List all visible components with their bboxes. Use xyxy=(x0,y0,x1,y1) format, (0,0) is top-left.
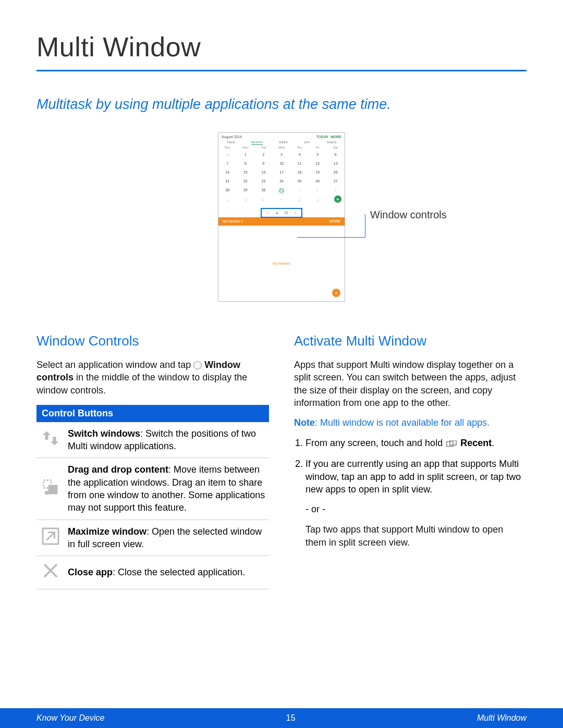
list-item: If you are currently using an app that s… xyxy=(305,458,527,496)
figure: August 2016 TODAY MORE YEAR MONTH WEEK D… xyxy=(36,132,527,302)
footer-section: Know Your Device xyxy=(36,713,104,723)
switch-icon xyxy=(266,211,269,215)
close-icon xyxy=(294,211,297,215)
footer-page-number: 15 xyxy=(286,713,296,723)
or-separator: - or - xyxy=(305,504,527,515)
window-controls-icon xyxy=(193,361,202,369)
maximize-icon xyxy=(285,211,288,215)
control-buttons-table: Switch windows: Switch the positions of … xyxy=(36,422,269,589)
page-footer: Know Your Device 15 Multi Window xyxy=(0,708,563,728)
drag-drop-icon xyxy=(41,478,60,497)
device-mock: August 2016 TODAY MORE YEAR MONTH WEEK D… xyxy=(218,132,345,302)
add-icon: + xyxy=(334,195,341,203)
activate-intro: Apps that support Multi window display t… xyxy=(294,359,527,409)
close-icon xyxy=(41,561,60,580)
memo-header: All memos ▾ MORE xyxy=(218,217,345,226)
control-buttons-bar: Control Buttons xyxy=(36,405,269,422)
left-column: Window Controls Select an application wi… xyxy=(36,333,269,589)
calendar-today: TODAY xyxy=(316,135,329,139)
calendar-more: MORE xyxy=(331,135,341,139)
page-title: Multi Window xyxy=(36,31,527,63)
table-row: Switch windows: Switch the positions of … xyxy=(36,422,269,458)
svg-point-5 xyxy=(45,491,49,495)
right-column: Activate Multi Window Apps that support … xyxy=(294,333,527,589)
switch-icon xyxy=(41,429,60,448)
window-controls-intro: Select an application window and tap Win… xyxy=(36,359,269,397)
table-row: Maximize window: Open the selected windo… xyxy=(36,520,269,556)
steps-list: From any screen, touch and hold Recent. … xyxy=(294,437,527,496)
heading-activate: Activate Multi Window xyxy=(294,333,527,349)
footer-topic: Multi Window xyxy=(477,713,527,723)
drag-drop-icon xyxy=(275,211,278,215)
svg-rect-1 xyxy=(277,213,278,214)
table-row: Close app: Close the selected applicatio… xyxy=(36,556,269,589)
note-text: Note: Multi window is not available for … xyxy=(294,417,527,428)
add-icon: + xyxy=(332,289,340,297)
heading-window-controls: Window Controls xyxy=(36,333,269,349)
calendar-tabs: YEAR MONTH WEEK DAY TASKS xyxy=(218,140,345,145)
table-row: Drag and drop content: Move items betwee… xyxy=(36,458,269,520)
svg-rect-4 xyxy=(48,485,58,494)
list-item: From any screen, touch and hold Recent. xyxy=(305,437,527,449)
window-controls-bar xyxy=(261,208,302,218)
calendar-dow: SunMonTueWedThuFriSat xyxy=(218,145,345,150)
page-subtitle: Multitask by using multiple applications… xyxy=(36,96,527,113)
callout-window-controls: Window controls xyxy=(370,209,447,221)
title-rule xyxy=(36,70,527,71)
calendar-month: August 2016 xyxy=(222,135,242,139)
recent-icon xyxy=(446,438,457,445)
maximize-icon xyxy=(41,527,60,546)
alt-instruction: Tap two apps that support Multi window t… xyxy=(305,523,527,549)
calendar-grid: 31123456 78910111213 14151617181920 2122… xyxy=(218,150,345,205)
